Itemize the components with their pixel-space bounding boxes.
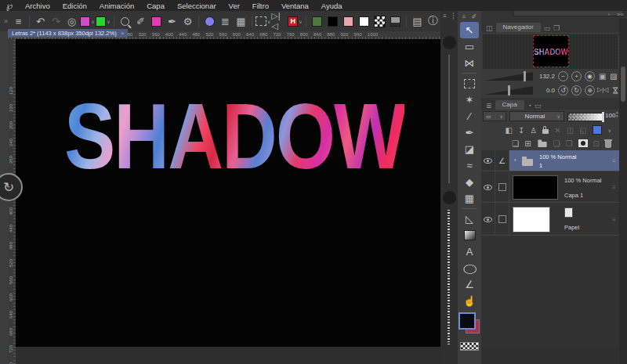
gray-color-button[interactable] [388,13,403,29]
zoom-slider-handle[interactable] [524,71,526,81]
rotate-slider-handle[interactable] [508,85,510,96]
zoom-reset-button[interactable]: ◉ [585,71,595,81]
mask-combo-icon[interactable]: ◫ [567,126,574,135]
transfer-down-icon[interactable]: ↧ [518,126,524,135]
toolbar-pen-icon[interactable]: ✐ [471,13,477,20]
selection-area-button[interactable]: ∨ [256,13,270,29]
marquee-tool[interactable] [460,75,479,92]
correct-line-tool[interactable]: ∠ [460,276,479,293]
pen-tool[interactable]: ✒ [460,124,479,141]
pen-icon[interactable]: ✐ [133,13,148,29]
foreground-color-swatch[interactable] [458,312,476,330]
preview-icon[interactable]: ◎ [64,13,79,29]
slider-track-dotted[interactable] [448,210,450,344]
strip-dots-icon[interactable]: ┆ [451,13,455,20]
strip-menu-icon[interactable]: ≡ [443,13,447,20]
zoom-in-button[interactable]: + [571,71,582,81]
menu-filtro[interactable]: Filtro [246,2,275,10]
tab-navegador[interactable]: Navegador [496,23,541,32]
frame-border-tool[interactable]: ▭ [460,38,479,55]
layer-row-folder[interactable]: ∠ › 100 % Normal 1 ≡ [481,150,619,171]
layer-thumbnail[interactable] [513,207,550,232]
layer-menu-icon[interactable]: ≡ [612,184,616,191]
material-swatch-button[interactable] [149,13,164,29]
decoration-tool[interactable]: ▦ [460,190,479,207]
navigator-tab2-icon[interactable]: ▭ [544,24,551,32]
flip-horizontal-icon[interactable]: ▷|◁ [271,13,287,29]
rotate-ccw-button[interactable]: ↺ [558,85,568,96]
menu-ayuda[interactable]: Ayuda [315,2,349,10]
delete-layer-icon[interactable] [605,141,611,148]
visibility-cell[interactable] [481,150,495,171]
pink-color-button[interactable] [341,13,356,29]
operation-tool[interactable]: ↖ [460,22,479,38]
reference-layer-icon[interactable]: ♙ [530,126,537,135]
panel-scrollbar[interactable] [619,19,627,364]
3d-material-button[interactable] [202,13,217,29]
transparent-swatch[interactable] [460,342,479,351]
fit-area-icon[interactable]: ▨ [610,72,617,81]
settings-sliders-icon[interactable]: ⚙ [180,13,195,29]
panel-grid-icon[interactable]: ▦ [234,13,248,29]
layers-stack-icon[interactable]: ≣ [218,13,233,29]
balloon-tool[interactable]: ◯ [460,260,479,276]
select-cell[interactable] [495,172,509,202]
close-tab-icon[interactable]: × [121,30,125,37]
new-folder-icon[interactable] [538,142,546,147]
hand-tool[interactable]: ☝ [460,293,479,309]
auto-select-tool[interactable]: ✶ [460,92,479,108]
new-layer-icon[interactable]: ❏ [512,139,519,148]
menu-ventana[interactable]: Ventana [275,2,315,10]
zoom-icon[interactable] [118,13,132,29]
layer-thumbnail[interactable] [513,175,558,200]
black-color-button[interactable] [325,13,340,29]
menu-animacion[interactable]: Animación [93,2,140,10]
ruler-combo-icon[interactable]: ◱ [579,126,586,135]
layer-menu-icon[interactable]: ≡ [612,216,616,223]
menu-edicion[interactable]: Edición [56,2,93,10]
zoom-out-button[interactable]: − [558,71,568,81]
new-layer-grid-icon[interactable]: ⊞ [524,139,531,148]
select-cell[interactable] [495,204,509,235]
app-logo-icon[interactable]: ℘ [0,0,19,11]
canvas[interactable]: SHADOW [16,39,440,347]
visibility-cell[interactable] [481,172,495,202]
slider-track[interactable] [448,55,450,183]
brush-size-knob[interactable] [443,36,456,49]
panel-icon[interactable]: ◫ [486,24,493,32]
undo-button[interactable]: ↶ [33,13,48,29]
document-tab[interactable]: Letras 2* (1143 x 838px 350dpi 132.2%) × [8,29,128,38]
green-color-button[interactable] [310,13,324,29]
menu-ver[interactable]: Ver [223,2,246,10]
layer-tab2-icon[interactable]: ◔ [527,102,531,110]
info-icon[interactable]: ⓘ [426,13,440,29]
eyedropper-tool[interactable]: ∕ [460,108,479,124]
fit-screen-icon[interactable]: ▣ [599,72,606,81]
visibility-cell[interactable] [481,204,495,235]
rotate-reset-button[interactable]: ⊕ [585,85,595,96]
white-color-button[interactable] [357,13,371,29]
scrollbar-thumb[interactable] [621,67,625,102]
tab-capa[interactable]: Capa [495,100,524,110]
opacity-slider[interactable] [567,113,605,121]
main-menu-icon[interactable]: ≡ [11,13,26,29]
layer-tab3-icon[interactable]: ▭ [535,102,542,110]
eraser-tool[interactable]: ◪ [460,141,479,157]
flip-vertical-icon[interactable]: ⋈ [611,87,620,95]
blend-tool[interactable]: ≈ [460,157,479,174]
blend-mode-select[interactable]: Normal∨ [509,111,564,121]
collapse-panel-icon[interactable]: »« [617,11,624,18]
apply-mask-icon[interactable]: ⊡ [593,139,600,148]
h-material-button[interactable]: H∨ [288,13,303,29]
layer-color-icon[interactable] [593,125,602,135]
step-down-icon[interactable]: ▾ [616,114,618,118]
vector-pen-icon[interactable]: ✒ [165,13,179,29]
opacity-stepper[interactable]: ▴▾ [616,110,618,118]
opacity-knob[interactable] [443,191,456,204]
menu-archivo[interactable]: Archivo [19,2,56,10]
toolbar-menu-icon[interactable]: ≡ [462,13,466,20]
layer-mask-icon[interactable] [578,139,588,147]
green-material-button[interactable]: ∨ [96,13,111,29]
text-tool[interactable]: A [460,243,479,260]
layer-menu-icon[interactable]: ≡ [612,157,616,164]
